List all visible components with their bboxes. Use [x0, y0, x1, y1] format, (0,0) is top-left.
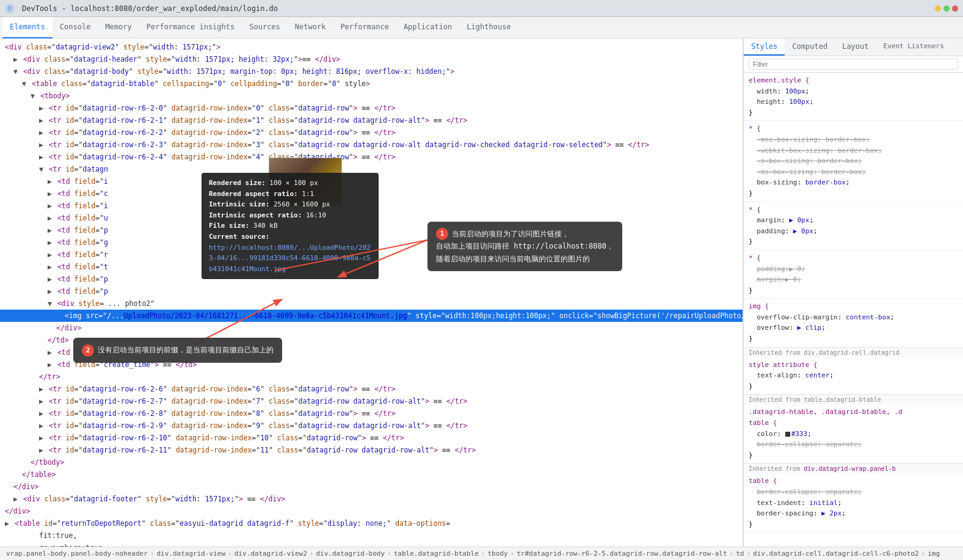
dom-line[interactable]: ▼ <tbody>	[0, 90, 743, 102]
tab-computed[interactable]: Computed	[785, 38, 835, 56]
dom-line[interactable]: ▶ <tr id="datagrid-row-r6-2-8" datagrid-…	[0, 407, 743, 420]
annotation-bubble-2: 2没有启动当前项目的前缀，是当前项目前缀自己加上的	[73, 338, 282, 363]
dom-line[interactable]: </table>	[0, 468, 743, 481]
rendered-aspect: Rendered aspect ratio: 1:1	[209, 189, 371, 200]
inherited-from-datagrid-cell: Inherited from div.datagrid-cell.datagri…	[744, 347, 963, 357]
breadcrumb-item[interactable]: div.datagrid-view	[155, 550, 227, 558]
breadcrumb-item[interactable]: img	[926, 550, 941, 558]
tab-elements[interactable]: Elements	[2, 17, 53, 38]
breadcrumb-item[interactable]: vrap.panel-body.panel-body-noheader	[5, 550, 149, 558]
bottom-bar: vrap.panel-body.panel-body-noheader › di…	[0, 547, 963, 560]
close-button[interactable]	[952, 5, 958, 12]
dom-line[interactable]: ▶ <td field="p	[0, 285, 743, 297]
tab-performance[interactable]: Performance	[333, 17, 396, 38]
style-rule-star-1: * { -moz-box-sizing: border-box; -webkit…	[744, 121, 963, 202]
dom-line[interactable]: ▶ <tr id="datagrid-row-r6-2-2" datagrid-…	[0, 126, 743, 139]
dom-line[interactable]: ▶ <div class="datagrid-header" style="wi…	[0, 53, 743, 65]
file-size: File size: 340 kB	[209, 220, 371, 231]
style-rule-inherited-2: .datagrid-htable, .datagrid-btable, .d t…	[744, 404, 963, 464]
breadcrumb-item[interactable]: div.datagrid-body	[314, 550, 386, 558]
svg-text:D: D	[9, 6, 12, 12]
style-rule-inherited-1: style attribute { text-align: center; }	[744, 357, 963, 395]
dom-line[interactable]: ▶ <tr id="datagrid-row-r6-2-7" datagrid-…	[0, 395, 743, 407]
current-source: Current source: http://localhost:8080/..…	[209, 231, 371, 274]
image-tooltip: Rendered size: 100 × 100 px Rendered asp…	[202, 173, 379, 279]
style-rule-img: img { overflow-clip-margin: content-box;…	[744, 299, 963, 347]
dom-line[interactable]: <img src="/...UploadPhoto/2023-04/168127…	[0, 310, 743, 322]
dom-line[interactable]: rownumbers:true,	[0, 542, 743, 547]
breadcrumb-item[interactable]: div.datagrid-view2	[233, 550, 308, 558]
dom-line[interactable]: fit:true,	[0, 529, 743, 542]
inherited-from-datagrid-btable: Inherited from table.datagrid-btable	[744, 395, 963, 404]
breadcrumb-item[interactable]: td	[735, 550, 745, 558]
breadcrumb-item[interactable]: tbody	[486, 550, 509, 558]
dom-line[interactable]: ▼ <div class="datagrid-body" style="widt…	[0, 65, 743, 78]
styles-panel: Styles Computed Layout Event Listeners e…	[743, 38, 963, 547]
dom-line[interactable]: ▶ <div class="datagrid-footer" style="wi…	[0, 493, 743, 505]
rendered-size: Rendered size: 100 × 100 px	[209, 178, 371, 189]
dom-line[interactable]: ▼ <div style= ... photo2"	[0, 297, 743, 310]
inherited-from-table: Inherited from div.datagrid-wrap.panel-b	[744, 464, 963, 473]
dom-line[interactable]: ▶ <tr id="datagrid-row-r6-2-3" datagrid-…	[0, 139, 743, 151]
dom-line[interactable]: ▼ <table class="datagrid-btable" cellspa…	[0, 78, 743, 90]
breadcrumb-item[interactable]: table.datagrid-btable	[393, 550, 480, 558]
style-rule-star-2: * { margin: ▶ 0px; padding: ▶ 0px; }	[744, 202, 963, 250]
dom-line[interactable]: </tbody>	[0, 456, 743, 468]
tab-event-listeners[interactable]: Event Listeners	[876, 38, 951, 56]
dom-line[interactable]: ▶ <table id="returnToDepotReport" class=…	[0, 517, 743, 529]
intrinsic-size: Intrinsic size: 2560 × 1600 px	[209, 199, 371, 210]
style-rule-inherited-3: table { border-collapse: separate; text-…	[744, 473, 963, 533]
title-bar: D DevTools - localhost:8080/order_war_ex…	[0, 0, 963, 17]
styles-tabs: Styles Computed Layout Event Listeners	[744, 38, 963, 56]
dom-line[interactable]: </div>	[0, 481, 743, 493]
breadcrumb-item[interactable]: div.datagrid-cell.datagrid-cell-c6-photo…	[752, 550, 920, 558]
dom-line[interactable]: </div>	[0, 322, 743, 334]
tab-lighthouse[interactable]: Lighthouse	[459, 17, 518, 38]
tab-network[interactable]: Network	[288, 17, 333, 38]
dom-line[interactable]: ▶ <tr id="datagrid-row-r6-2-9" datagrid-…	[0, 420, 743, 432]
tab-styles[interactable]: Styles	[744, 38, 785, 56]
tab-performance-insights[interactable]: Performance insights	[139, 17, 242, 38]
tab-console[interactable]: Console	[53, 17, 98, 38]
tab-sources[interactable]: Sources	[242, 17, 288, 38]
dom-line[interactable]: ▶ <tr id="datagrid-row-r6-2-0" datagrid-…	[0, 102, 743, 114]
dom-line[interactable]: ▶ <tr id="datagrid-row-r6-2-11" datagrid…	[0, 444, 743, 456]
tab-bar: Elements Console Memory Performance insi…	[0, 17, 963, 38]
maximize-button[interactable]	[943, 5, 950, 12]
dom-line[interactable]: ▶ <tr id="datagrid-row-r6-2-10" datagrid…	[0, 432, 743, 444]
minimize-button[interactable]	[935, 5, 941, 12]
filter-input[interactable]	[749, 59, 958, 70]
filter-bar	[744, 56, 963, 73]
style-rule-star-3: * { padding:▶ 0; margin:▶ 0; }	[744, 250, 963, 299]
title-bar-title: DevTools - localhost:8080/order_war_expl…	[22, 4, 278, 13]
dom-line[interactable]: ▶ <tr id="datagrid-row-r6-2-4" datagrid-…	[0, 151, 743, 163]
tab-layout[interactable]: Layout	[835, 38, 876, 56]
annotation-bubble-1: 1当前启动的项目为了访问图片链接，自动加上项目访问路径 http://local…	[427, 222, 622, 271]
devtools-icon: D	[5, 4, 15, 13]
dom-line[interactable]: <div class="datagrid-view2" style="width…	[0, 41, 743, 53]
breadcrumb-item[interactable]: tr#datagrid-row-r6-2-5.datagrid-row.data…	[515, 550, 728, 558]
style-rule-element: element.style { width: 100px; height: 10…	[744, 73, 963, 121]
dom-line[interactable]: </tr>	[0, 371, 743, 383]
dom-line[interactable]: ▶ <tr id="datagrid-row-r6-2-1" datagrid-…	[0, 114, 743, 126]
dom-line[interactable]: ▶ <tr id="datagrid-row-r6-2-6" datagrid-…	[0, 383, 743, 395]
tab-memory[interactable]: Memory	[98, 17, 139, 38]
dom-line[interactable]: </div>	[0, 505, 743, 517]
intrinsic-aspect: Intrinsic aspect ratio: 16:10	[209, 210, 371, 221]
dom-panel: <div class="datagrid-view2" style="width…	[0, 38, 743, 547]
tab-application[interactable]: Application	[396, 17, 459, 38]
